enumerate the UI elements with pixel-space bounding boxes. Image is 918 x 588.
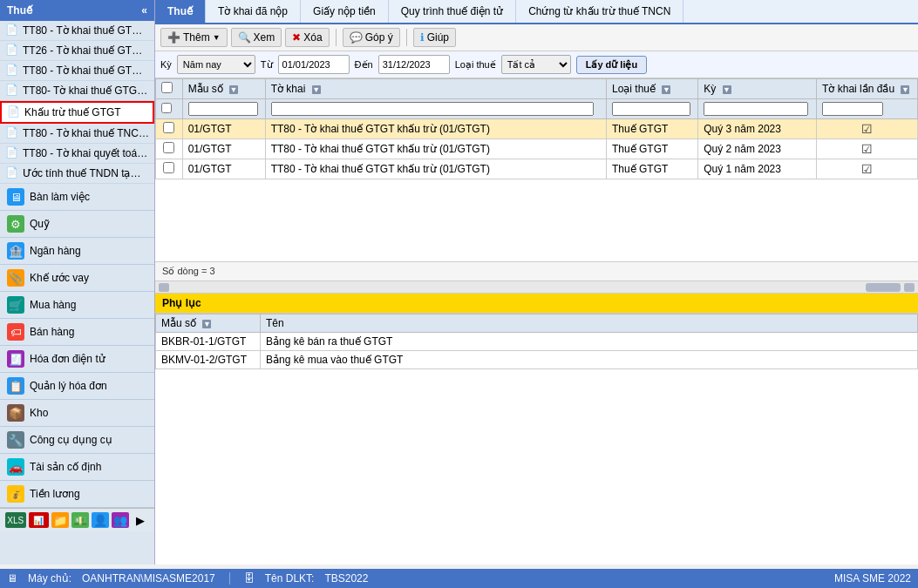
bottom-icon-user[interactable]: 👤 [92,512,109,528]
to-khai-filter-icon[interactable]: ▼ [312,85,321,94]
sidebar-menu-item[interactable]: 📄TT80 - Tờ khai thuế GTGT c... [0,61,154,81]
den-input[interactable] [378,55,450,74]
nav-icon: 💰 [7,485,24,503]
sidebar-menu-item[interactable]: 📄Ước tính thuế TNDN tạm nộ... [0,164,154,184]
row-checkbox-cell [156,119,183,139]
row-loai-thue: Thuế GTGT [606,159,697,179]
row-loai-thue: Thuế GTGT [606,119,697,139]
doc-icon: 📄 [5,126,19,140]
gop-y-label: Góp ý [365,31,393,44]
xoa-button[interactable]: ✖ Xóa [285,28,329,47]
sidebar-nav-item-mua-hàng[interactable]: 🛒Mua hàng [0,292,154,319]
filter-col-ky [698,99,817,119]
row-to-khai: TT80 - Tờ khai thuế GTGT khấu trừ (01/GT… [265,139,606,159]
table-row[interactable]: 01/GTGT TT80 - Tờ khai thuế GTGT khấu tr… [156,159,918,179]
th-checkbox [156,79,183,99]
nav-text: Mua hàng [30,299,76,311]
sidebar-menu-item[interactable]: 📄Khấu trừ thuế GTGT [0,101,154,124]
tab-giấy-nộp-tiền[interactable]: Giấy nộp tiền [301,0,389,23]
them-dropdown-icon[interactable]: ▼ [213,33,221,42]
filter-checkbox[interactable] [161,103,172,113]
check-mark-icon: ☑ [861,142,873,156]
nav-icon: 🚗 [7,458,24,476]
sidebar-nav-item-kho[interactable]: 📦Kho [0,400,154,427]
sidebar-menu-item[interactable]: 📄TT80- Tờ khai thuế GTGT tr... [0,81,154,101]
bottom-icon-more[interactable]: ▶ [132,512,149,528]
mau-so-filter-icon[interactable]: ▼ [229,85,238,94]
sidebar-menu-item[interactable]: 📄TT80 - Tờ khai thuế GTGT k... [0,21,154,41]
filter-mau-so-input[interactable] [188,102,258,116]
row-checkbox[interactable] [163,122,174,133]
sidebar-nav-item-công-cụ-dụng-cụ[interactable]: 🔧Công cụ dụng cụ [0,427,154,454]
nav-text: Khế ước vay [30,272,89,284]
sidebar-nav-item-tiền-lương[interactable]: 💰Tiền lương [0,481,154,508]
ky-filter-icon[interactable]: ▼ [723,85,731,94]
giup-button[interactable]: ℹ Giúp [413,28,456,47]
loai-thue-select[interactable]: Tất cả [501,55,571,74]
filter-col-to-khai [265,99,606,119]
tab-tờ-khai-đã-nộp[interactable]: Tờ khai đã nộp [206,0,301,23]
row-lan-dau: ☑ [817,159,918,179]
check-mark-icon: ☑ [861,122,873,136]
tab-thuế[interactable]: Thuế [155,0,206,23]
sidebar-nav-item-ngân-hàng[interactable]: 🏦Ngân hàng [0,238,154,265]
table-row[interactable]: 01/GTGT TT80 - Tờ khai thuế GTGT khấu tr… [156,119,918,139]
xem-button[interactable]: 🔍 Xem [231,28,282,47]
tab-quy-trình-thuế-điện-tử[interactable]: Quy trình thuế điện tử [389,0,516,23]
nav-text: Hóa đơn điện tử [30,353,105,365]
menu-item-text: TT80 - Tờ khai quyết toán th... [23,147,149,159]
sidebar-nav-item-bán-hàng[interactable]: 🏷Bán hàng [0,319,154,346]
bottom-icon-users[interactable]: 👥 [112,512,129,528]
row-checkbox[interactable] [163,142,174,153]
row-checkbox[interactable] [163,162,174,173]
sidebar-nav-item-hóa-đơn-điện-tử[interactable]: 🧾Hóa đơn điện tử [0,346,154,373]
app-mau-so-filter[interactable]: ▼ [202,320,211,328]
them-button[interactable]: ➕ Thêm ▼ [160,28,228,47]
filter-to-khai-input[interactable] [271,102,594,116]
lay-du-lieu-button[interactable]: Lấy dữ liệu [576,56,648,74]
bottom-icon-excel[interactable]: XLS [5,512,26,528]
comment-icon: 💬 [350,31,363,44]
horizontal-scrollbar[interactable] [155,281,918,294]
sidebar-menu-item[interactable]: 📄TT26 - Tờ khai thuế GTGT k... [0,41,154,61]
sidebar-nav-item-quỹ[interactable]: ⚙Quỹ [0,211,154,238]
sidebar-menu-item[interactable]: 📄TT80 - Tờ khai quyết toán th... [0,144,154,164]
sidebar-nav-item-tài-sản-cố-định[interactable]: 🚗Tài sản cố định [0,454,154,481]
row-mau-so: 01/GTGT [182,159,265,179]
ky-select[interactable]: Năm nay [177,55,255,74]
main-data-table: Mẫu số ▼ Tờ khai ▼ Loại thuế ▼ Kỳ ▼ Tờ k… [155,78,918,179]
appendix-row[interactable]: BKBR-01-1/GTGT Bảng kê bán ra thuế GTGT [156,333,918,351]
th-loai-thue: Loại thuế ▼ [606,79,697,99]
bottom-icon-chart[interactable]: 📊 [29,512,50,528]
loai-thue-filter-icon[interactable]: ▼ [662,85,670,94]
sidebar-nav-item-khế-ước-vay[interactable]: 📎Khế ước vay [0,265,154,292]
appendix-ten: Bảng kê mua vào thuế GTGT [261,351,918,369]
sidebar-menu-item[interactable]: 📄TT80 - Tờ khai thuế TNCN (... [0,124,154,144]
row-loai-thue: Thuế GTGT [606,139,697,159]
nav-text: Tài sản cố định [30,461,101,473]
filter-ky-input[interactable] [704,102,808,116]
bottom-icon-money[interactable]: 💵 [71,512,89,528]
doc-icon: 📄 [7,105,21,119]
appendix-row[interactable]: BKMV-01-2/GTGT Bảng kê mua vào thuế GTGT [156,351,918,369]
appendix-mau-so: BKBR-01-1/GTGT [156,333,261,351]
select-all-checkbox[interactable] [161,82,173,93]
tu-input[interactable] [278,55,350,74]
xem-label: Xem [254,31,275,44]
to-khai-lan-dau-filter-icon[interactable]: ▼ [901,85,909,94]
sidebar-collapse-btn[interactable]: « [141,4,147,17]
th-to-khai: Tờ khai ▼ [265,79,606,99]
sidebar-nav-item-quản-lý-hóa-đơn[interactable]: 📋Quản lý hóa đơn [0,373,154,400]
table-row[interactable]: 01/GTGT TT80 - Tờ khai thuế GTGT khấu tr… [156,139,918,159]
computer-icon: 🖥 [7,572,17,585]
doc-icon: 📄 [5,166,19,180]
sidebar-nav-item-bàn-làm-việc[interactable]: 🖥Bàn làm việc [0,184,154,211]
filter-loai-thue-input[interactable] [612,102,690,116]
filter-lan-dau-input[interactable] [822,102,883,116]
bottom-icon-folder[interactable]: 📁 [51,512,69,528]
tab-chứng-từ-khấu-trừ-thuế-tncn[interactable]: Chứng từ khấu trừ thuế TNCN [516,0,683,23]
gop-y-button[interactable]: 💬 Góp ý [343,28,400,47]
xoa-label: Xóa [303,31,322,44]
appendix-th-mau-so: Mẫu số ▼ [156,314,261,333]
scroll-thumb[interactable] [866,283,901,292]
